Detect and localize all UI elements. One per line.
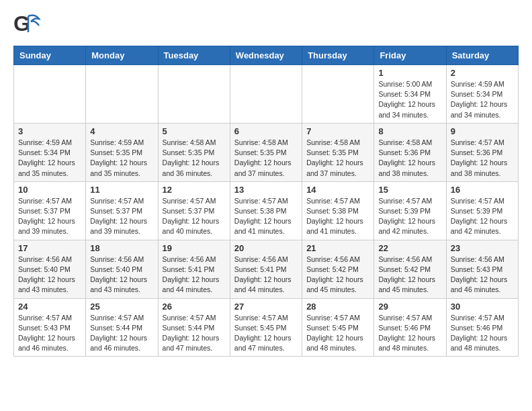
day-number: 23 [451, 243, 514, 253]
calendar-day-cell: 14Sunrise: 4:57 AMSunset: 5:38 PMDayligh… [302, 181, 374, 240]
header: G [13, 11, 519, 38]
day-number: 11 [90, 185, 153, 195]
day-info: Sunrise: 4:57 AMSunset: 5:45 PMDaylight:… [234, 313, 298, 354]
calendar-day-cell: 9Sunrise: 4:57 AMSunset: 5:36 PMDaylight… [446, 123, 518, 181]
day-info: Sunrise: 4:57 AMSunset: 5:36 PMDaylight:… [451, 138, 514, 179]
day-number: 5 [163, 126, 226, 136]
day-number: 7 [306, 126, 369, 136]
calendar-day-cell: 10Sunrise: 4:57 AMSunset: 5:37 PMDayligh… [14, 181, 86, 240]
day-info: Sunrise: 4:56 AMSunset: 5:40 PMDaylight:… [18, 255, 81, 295]
weekday-header-sunday: Sunday [14, 46, 86, 65]
day-info: Sunrise: 4:56 AMSunset: 5:43 PMDaylight:… [451, 255, 514, 295]
day-number: 22 [378, 243, 441, 253]
calendar-day-cell [158, 65, 230, 124]
calendar-day-cell: 19Sunrise: 4:56 AMSunset: 5:41 PMDayligh… [158, 240, 230, 298]
day-number: 27 [234, 302, 298, 312]
calendar-day-cell: 6Sunrise: 4:58 AMSunset: 5:35 PMDaylight… [230, 123, 302, 181]
calendar-day-cell: 5Sunrise: 4:58 AMSunset: 5:35 PMDaylight… [158, 123, 230, 181]
day-info: Sunrise: 4:58 AMSunset: 5:36 PMDaylight:… [378, 138, 441, 179]
day-info: Sunrise: 4:57 AMSunset: 5:37 PMDaylight:… [163, 196, 226, 237]
calendar-day-cell [86, 65, 158, 124]
calendar-day-cell: 27Sunrise: 4:57 AMSunset: 5:45 PMDayligh… [230, 298, 302, 357]
day-info: Sunrise: 4:57 AMSunset: 5:39 PMDaylight:… [378, 196, 441, 237]
calendar-day-cell: 12Sunrise: 4:57 AMSunset: 5:37 PMDayligh… [158, 181, 230, 240]
day-info: Sunrise: 4:56 AMSunset: 5:42 PMDaylight:… [306, 255, 369, 295]
day-number: 29 [378, 302, 441, 312]
calendar-day-cell: 2Sunrise: 4:59 AMSunset: 5:34 PMDaylight… [446, 65, 518, 124]
day-info: Sunrise: 4:58 AMSunset: 5:35 PMDaylight:… [163, 138, 226, 179]
calendar-day-cell: 20Sunrise: 4:56 AMSunset: 5:41 PMDayligh… [230, 240, 302, 298]
weekday-header-wednesday: Wednesday [230, 46, 302, 65]
day-info: Sunrise: 4:57 AMSunset: 5:39 PMDaylight:… [451, 196, 514, 237]
calendar-day-cell: 15Sunrise: 4:57 AMSunset: 5:39 PMDayligh… [374, 181, 446, 240]
day-info: Sunrise: 5:00 AMSunset: 5:34 PMDaylight:… [378, 79, 441, 120]
day-number: 28 [306, 302, 369, 312]
day-number: 9 [451, 126, 514, 136]
day-info: Sunrise: 4:57 AMSunset: 5:37 PMDaylight:… [90, 196, 153, 237]
calendar-week-row: 24Sunrise: 4:57 AMSunset: 5:43 PMDayligh… [14, 298, 519, 357]
calendar-day-cell: 18Sunrise: 4:56 AMSunset: 5:40 PMDayligh… [86, 240, 158, 298]
day-info: Sunrise: 4:57 AMSunset: 5:37 PMDaylight:… [18, 196, 81, 237]
day-info: Sunrise: 4:57 AMSunset: 5:38 PMDaylight:… [306, 196, 369, 237]
day-info: Sunrise: 4:57 AMSunset: 5:46 PMDaylight:… [378, 313, 441, 354]
day-number: 21 [306, 243, 369, 253]
day-number: 30 [451, 302, 514, 312]
calendar-day-cell: 30Sunrise: 4:57 AMSunset: 5:46 PMDayligh… [446, 298, 518, 357]
day-number: 18 [90, 243, 153, 253]
day-number: 4 [90, 126, 153, 136]
day-info: Sunrise: 4:56 AMSunset: 5:42 PMDaylight:… [378, 255, 441, 295]
weekday-header-tuesday: Tuesday [158, 46, 230, 65]
day-info: Sunrise: 4:57 AMSunset: 5:45 PMDaylight:… [306, 313, 369, 354]
weekday-header-saturday: Saturday [446, 46, 518, 65]
day-info: Sunrise: 4:57 AMSunset: 5:46 PMDaylight:… [451, 313, 514, 354]
calendar-day-cell: 28Sunrise: 4:57 AMSunset: 5:45 PMDayligh… [302, 298, 374, 357]
day-number: 14 [306, 185, 369, 195]
calendar-day-cell: 26Sunrise: 4:57 AMSunset: 5:44 PMDayligh… [158, 298, 230, 357]
calendar-day-cell: 17Sunrise: 4:56 AMSunset: 5:40 PMDayligh… [14, 240, 86, 298]
page: G SundayMondayTuesdayWednesdayThursdayFr… [0, 0, 532, 370]
day-number: 10 [18, 185, 81, 195]
day-info: Sunrise: 4:58 AMSunset: 5:35 PMDaylight:… [306, 138, 369, 179]
calendar-day-cell: 1Sunrise: 5:00 AMSunset: 5:34 PMDaylight… [374, 65, 446, 124]
day-info: Sunrise: 4:57 AMSunset: 5:44 PMDaylight:… [90, 313, 153, 354]
day-number: 19 [163, 243, 226, 253]
day-info: Sunrise: 4:56 AMSunset: 5:41 PMDaylight:… [234, 255, 298, 295]
weekday-header-monday: Monday [86, 46, 158, 65]
day-info: Sunrise: 4:59 AMSunset: 5:34 PMDaylight:… [451, 79, 514, 120]
day-number: 2 [451, 68, 514, 78]
day-info: Sunrise: 4:56 AMSunset: 5:40 PMDaylight:… [90, 255, 153, 295]
calendar-day-cell: 11Sunrise: 4:57 AMSunset: 5:37 PMDayligh… [86, 181, 158, 240]
calendar-day-cell: 25Sunrise: 4:57 AMSunset: 5:44 PMDayligh… [86, 298, 158, 357]
day-number: 20 [234, 243, 298, 253]
day-info: Sunrise: 4:57 AMSunset: 5:44 PMDaylight:… [163, 313, 226, 354]
day-number: 12 [163, 185, 226, 195]
day-number: 6 [234, 126, 298, 136]
logo-icon: G [13, 11, 40, 38]
calendar-day-cell: 3Sunrise: 4:59 AMSunset: 5:34 PMDaylight… [14, 123, 86, 181]
calendar-week-row: 3Sunrise: 4:59 AMSunset: 5:34 PMDaylight… [14, 123, 519, 181]
calendar-week-row: 1Sunrise: 5:00 AMSunset: 5:34 PMDaylight… [14, 65, 519, 124]
day-number: 16 [451, 185, 514, 195]
day-number: 1 [378, 68, 441, 78]
logo: G [13, 11, 43, 38]
calendar-day-cell [14, 65, 86, 124]
calendar-week-row: 17Sunrise: 4:56 AMSunset: 5:40 PMDayligh… [14, 240, 519, 298]
calendar-day-cell [302, 65, 374, 124]
weekday-header-thursday: Thursday [302, 46, 374, 65]
day-number: 17 [18, 243, 81, 253]
day-number: 25 [90, 302, 153, 312]
day-number: 13 [234, 185, 298, 195]
calendar-day-cell: 21Sunrise: 4:56 AMSunset: 5:42 PMDayligh… [302, 240, 374, 298]
day-info: Sunrise: 4:59 AMSunset: 5:35 PMDaylight:… [90, 138, 153, 179]
day-info: Sunrise: 4:59 AMSunset: 5:34 PMDaylight:… [18, 138, 81, 179]
calendar-day-cell: 24Sunrise: 4:57 AMSunset: 5:43 PMDayligh… [14, 298, 86, 357]
day-info: Sunrise: 4:57 AMSunset: 5:43 PMDaylight:… [18, 313, 81, 354]
calendar-day-cell: 29Sunrise: 4:57 AMSunset: 5:46 PMDayligh… [374, 298, 446, 357]
day-number: 3 [18, 126, 81, 136]
day-info: Sunrise: 4:56 AMSunset: 5:41 PMDaylight:… [163, 255, 226, 295]
day-number: 26 [163, 302, 226, 312]
day-number: 15 [378, 185, 441, 195]
calendar-day-cell: 23Sunrise: 4:56 AMSunset: 5:43 PMDayligh… [446, 240, 518, 298]
day-info: Sunrise: 4:58 AMSunset: 5:35 PMDaylight:… [234, 138, 298, 179]
weekday-header-row: SundayMondayTuesdayWednesdayThursdayFrid… [14, 46, 519, 65]
